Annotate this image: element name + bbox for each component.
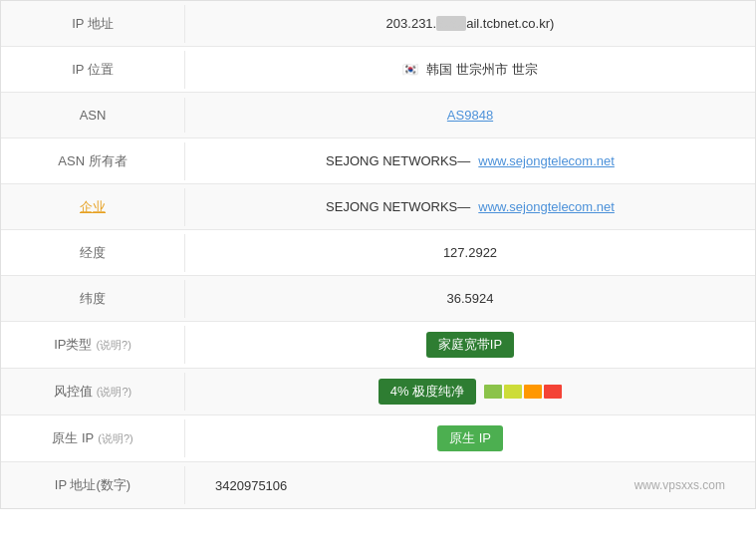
risk-seg-1 [484, 385, 502, 399]
risk-bar [484, 385, 562, 399]
ip-info-table: IP 地址 203.231.xxxxail.tcbnet.co.kr) IP 位… [0, 0, 756, 509]
native-ip-label-text: 原生 IP [52, 429, 94, 447]
value-enterprise: SEJONG NETWORKS— www.sejongtelecom.net [185, 189, 755, 224]
row-asn-owner: ASN 所有者 SEJONG NETWORKS— www.sejongtelec… [1, 138, 755, 184]
asn-owner-link[interactable]: www.sejongtelecom.net [478, 153, 615, 168]
ip-type-badge: 家庭宽带IP [426, 332, 514, 358]
ip-number-label: IP 地址(数字) [55, 476, 130, 494]
risk-value-hint[interactable]: (说明?) [97, 385, 131, 400]
location-text: 韩国 世宗州市 世宗 [426, 61, 537, 79]
longitude-value: 127.2922 [443, 245, 497, 260]
asn-label: ASN [80, 108, 107, 123]
label-native-ip: 原生 IP (说明?) [1, 419, 185, 457]
flag-icon: 🇰🇷 [402, 62, 418, 77]
label-ip-location: IP 位置 [1, 51, 185, 89]
risk-seg-2 [504, 385, 522, 399]
risk-value-label-text: 风控值 [54, 383, 93, 401]
label-ip-number: IP 地址(数字) [1, 466, 185, 504]
value-ip-address: 203.231.xxxxail.tcbnet.co.kr) [185, 6, 755, 41]
row-native-ip: 原生 IP (说明?) 原生 IP [1, 415, 755, 462]
label-ip-type: IP类型 (说明?) [1, 326, 185, 364]
value-asn-owner: SEJONG NETWORKS— www.sejongtelecom.net [185, 143, 755, 178]
asn-link[interactable]: AS9848 [447, 108, 493, 123]
label-latitude: 纬度 [1, 280, 185, 318]
native-ip-badge: 原生 IP [437, 425, 503, 451]
label-ip-address: IP 地址 [1, 5, 185, 43]
ip-address-label: IP 地址 [72, 15, 114, 33]
row-ip-number: IP 地址(数字) 3420975106 www.vpsxxs.com [1, 462, 755, 508]
asn-owner-text: SEJONG NETWORKS— [326, 153, 470, 168]
label-longitude: 经度 [1, 234, 185, 272]
risk-seg-4 [544, 385, 562, 399]
row-ip-address: IP 地址 203.231.xxxxail.tcbnet.co.kr) [1, 1, 755, 47]
row-ip-location: IP 位置 🇰🇷 韩国 世宗州市 世宗 [1, 47, 755, 93]
value-ip-location: 🇰🇷 韩国 世宗州市 世宗 [185, 51, 755, 89]
watermark-text: www.vpsxxs.com [634, 478, 725, 492]
label-asn-owner: ASN 所有者 [1, 142, 185, 180]
value-risk-value: 4% 极度纯净 [185, 369, 755, 414]
ip-location-label: IP 位置 [72, 61, 114, 79]
label-risk-value: 风控值 (说明?) [1, 373, 185, 411]
enterprise-text: SEJONG NETWORKS— [326, 199, 470, 214]
value-ip-type: 家庭宽带IP [185, 322, 755, 368]
asn-owner-label: ASN 所有者 [58, 152, 126, 170]
native-ip-hint[interactable]: (说明?) [98, 431, 132, 446]
latitude-value: 36.5924 [447, 291, 494, 306]
row-latitude: 纬度 36.5924 [1, 276, 755, 322]
risk-seg-3 [524, 385, 542, 399]
ip-type-label-text: IP类型 [54, 336, 92, 354]
ip-type-hint[interactable]: (说明?) [96, 338, 130, 353]
row-longitude: 经度 127.2922 [1, 230, 755, 276]
label-asn: ASN [1, 98, 185, 133]
longitude-label: 经度 [80, 244, 106, 262]
row-enterprise: 企业 SEJONG NETWORKS— www.sejongtelecom.ne… [1, 184, 755, 230]
ip-address-text: 203.231.xxxxail.tcbnet.co.kr) [386, 16, 555, 31]
ip-number-value: 3420975106 [215, 478, 287, 493]
value-latitude: 36.5924 [185, 281, 755, 316]
risk-badge: 4% 极度纯净 [378, 379, 476, 405]
latitude-label: 纬度 [80, 290, 106, 308]
value-ip-number: 3420975106 www.vpsxxs.com [185, 468, 755, 503]
value-longitude: 127.2922 [185, 235, 755, 270]
value-native-ip: 原生 IP [185, 415, 755, 461]
value-asn: AS9848 [185, 98, 755, 133]
row-risk-value: 风控值 (说明?) 4% 极度纯净 [1, 369, 755, 415]
label-enterprise: 企业 [1, 188, 185, 226]
enterprise-link[interactable]: www.sejongtelecom.net [478, 199, 615, 214]
enterprise-label-link[interactable]: 企业 [80, 198, 106, 216]
row-asn: ASN AS9848 [1, 93, 755, 138]
row-ip-type: IP类型 (说明?) 家庭宽带IP [1, 322, 755, 369]
